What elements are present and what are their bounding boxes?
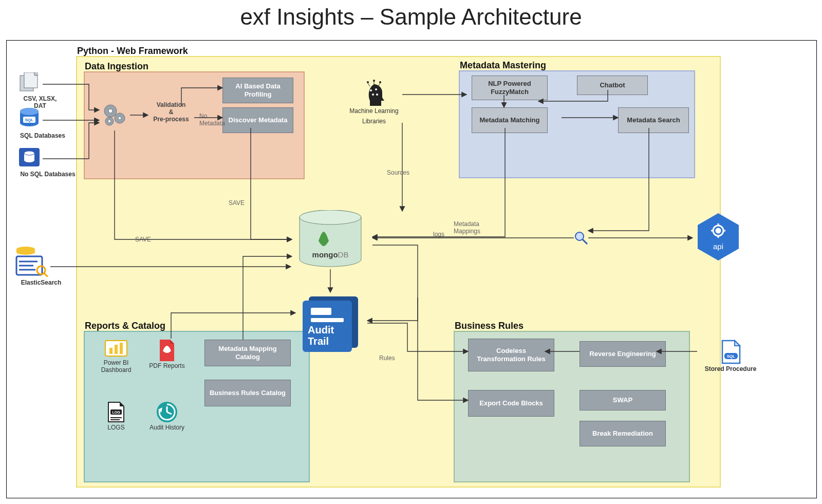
source-csv: CSV, XLSX, DAT (17, 72, 63, 109)
swap-box: SWAP (580, 390, 666, 410)
svg-point-31 (376, 94, 378, 96)
source-sql-caption: SQL Databases (17, 132, 68, 139)
svg-point-54 (716, 229, 720, 233)
history-icon (155, 400, 179, 424)
logs-icon: LOG (104, 400, 128, 424)
ml-head-icon (359, 79, 389, 107)
svg-rect-36 (311, 308, 331, 315)
source-nosql-caption: No SQL Databases (17, 171, 79, 178)
page-title: exf Insights – Sample Architecture (0, 4, 822, 30)
edge-meta-mappings: Metadata Mappings (454, 220, 480, 235)
mongo-word: mongo (312, 250, 338, 259)
rules-catalog-box: Business Rules Catalog (204, 380, 291, 406)
powerbi-caption: Power BI Dashboard (93, 359, 139, 374)
audit-history-tile: Audit History (146, 400, 188, 431)
audit-trail-label: Audit Trail (308, 324, 334, 347)
svg-point-17 (108, 109, 113, 113)
rules-title: Business Rules (455, 321, 524, 331)
svg-point-26 (379, 81, 381, 83)
discover-metadata-box: Discover Metadata (222, 107, 293, 133)
codeless-rules-box: Codeless Transformation Rules (468, 339, 554, 371)
elastic-icon (13, 246, 49, 277)
svg-point-22 (367, 81, 369, 83)
api-label: api (713, 242, 723, 251)
audit-trail-book: Audit Trail (295, 292, 367, 354)
ml-caption-top: Machine Learning (335, 107, 413, 115)
export-code-box: Export Code Blocks (468, 390, 554, 417)
edge-sources: Sources (387, 169, 409, 176)
svg-line-15 (44, 273, 48, 277)
pdf-tile: PDF Reports (146, 339, 188, 369)
source-elastic: ElasticSearch (13, 246, 69, 286)
magnify-node (574, 231, 588, 245)
svg-point-19 (118, 117, 121, 120)
pdf-icon (157, 339, 177, 362)
svg-point-28 (370, 89, 372, 91)
magnify-icon (574, 231, 588, 245)
stored-procedure: SQL Stored Procedure (697, 339, 764, 372)
mastering-title: Metadata Mastering (460, 60, 546, 71)
svg-text:LOG: LOG (112, 410, 120, 414)
svg-text:SQL: SQL (727, 354, 736, 359)
svg-point-50 (575, 232, 584, 240)
logs-caption: LOGS (93, 424, 139, 431)
svg-rect-37 (311, 318, 344, 322)
api-icon: api (693, 211, 744, 263)
ml-icon-block: Machine Learning Libraries (335, 79, 413, 125)
svg-line-27 (378, 83, 380, 86)
logs-tile: LOG LOGS (93, 400, 139, 431)
sql-db-icon: SQL (17, 107, 42, 130)
svg-rect-41 (120, 343, 123, 354)
edge-logs: logs (433, 231, 444, 238)
svg-line-51 (583, 239, 587, 244)
svg-point-3 (20, 108, 39, 115)
files-icon (17, 72, 42, 93)
svg-point-21 (108, 120, 111, 123)
svg-point-29 (375, 88, 377, 90)
edge-save1: SAVE (229, 199, 245, 207)
source-nosql: No SQL Databases (17, 146, 79, 178)
fuzzy-match-box: NLP Powered FuzzyMatch (472, 76, 548, 100)
api-hexagon: api (693, 211, 744, 263)
source-sql: SQL SQL Databases (17, 107, 68, 139)
nosql-db-icon (17, 146, 42, 169)
stored-procedure-caption: Stored Procedure (697, 365, 764, 372)
ai-profiling-box: AI Based Data Profiling (222, 78, 293, 103)
outer-frame: Python - Web Framework Data Ingestion Me… (6, 40, 817, 498)
python-framework-title: Python - Web Framework (77, 46, 188, 57)
source-elastic-caption: ElasticSearch (13, 279, 69, 286)
edge-rules: Rules (379, 354, 395, 362)
mongodb-cylinder: mongoDB (292, 210, 369, 269)
powerbi-icon (104, 339, 128, 359)
gears-icon (99, 100, 130, 130)
powerbi-tile: Power BI Dashboard (93, 339, 139, 374)
mongo-db: DB (338, 250, 349, 259)
edge-save2: SAVE (135, 236, 151, 243)
audit-history-caption: Audit History (146, 424, 188, 431)
pdf-caption: PDF Reports (146, 362, 188, 369)
svg-text:SQL: SQL (25, 118, 34, 122)
ingestion-title: Data Ingestion (85, 61, 148, 72)
svg-point-33 (300, 210, 361, 225)
no-metadata-label: No Metadata (199, 113, 225, 127)
svg-point-24 (373, 80, 375, 82)
svg-rect-40 (115, 345, 118, 354)
reverse-eng-box: Reverse Engineering (580, 341, 666, 367)
chatbot-box: Chatbot (577, 76, 648, 95)
metadata-catalog-box: Metadata Mapping Catalog (204, 340, 291, 366)
svg-rect-39 (109, 348, 113, 354)
svg-point-30 (372, 94, 374, 96)
reports-title: Reports & Catalog (85, 321, 165, 331)
break-remediation-box: Break Remediation (580, 421, 666, 446)
validation-label: Validation & Pre-process (148, 101, 194, 123)
metadata-search-box: Metadata Search (618, 107, 689, 133)
metadata-matching-box: Metadata Matching (472, 107, 548, 133)
ml-caption-bottom: Libraries (335, 118, 413, 125)
svg-line-23 (368, 83, 370, 86)
sql-file-icon: SQL (717, 339, 744, 365)
